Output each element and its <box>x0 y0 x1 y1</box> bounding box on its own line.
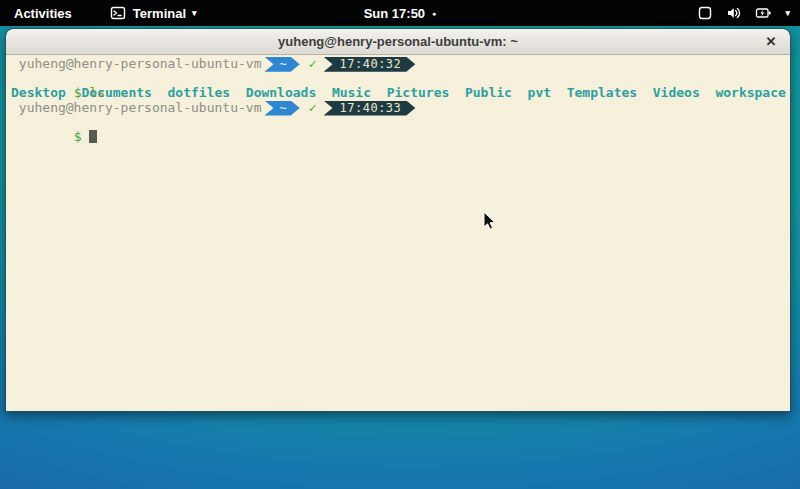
prompt-line-2: yuheng@henry-personal-ubuntu-vm ~ ✓ 17:4… <box>11 101 790 116</box>
ls-output-line: Desktop Documents dotfiles Downloads Mus… <box>11 86 790 101</box>
window-title: yuheng@henry-personal-ubuntu-vm: ~ <box>278 34 518 49</box>
command-line: $ls <box>11 72 790 87</box>
system-tray-button[interactable]: ▾ <box>697 0 800 26</box>
prompt-time-segment: 17:40:32 <box>324 57 416 72</box>
prompt-user-host: yuheng@henry-personal-ubuntu-vm <box>11 101 261 116</box>
terminal-window: yuheng@henry-personal-ubuntu-vm: ~ ✕ yuh… <box>5 28 791 412</box>
display-icon <box>697 5 713 21</box>
prompt-line-1: yuheng@henry-personal-ubuntu-vm ~ ✓ 17:4… <box>11 57 790 72</box>
chevron-down-icon: ▾ <box>785 8 790 18</box>
input-line: $ <box>11 115 790 130</box>
clock-button[interactable]: Sun 17:50 ● <box>364 0 437 26</box>
activities-button[interactable]: Activities <box>0 0 86 26</box>
text-cursor <box>89 130 97 143</box>
top-bar: Activities Terminal ▾ Sun 17:50 ● <box>0 0 800 26</box>
prompt-path-segment: ~ <box>264 101 299 116</box>
mouse-cursor-icon <box>483 211 497 235</box>
close-icon[interactable]: ✕ <box>763 34 779 50</box>
prompt-time-segment: 17:40:33 <box>324 101 416 116</box>
prompt-user-host: yuheng@henry-personal-ubuntu-vm <box>11 57 261 72</box>
chevron-down-icon: ▾ <box>192 8 197 18</box>
prompt-status-check-icon: ✓ <box>309 57 317 72</box>
notification-dot-icon: ● <box>432 10 436 17</box>
clock-label: Sun 17:50 <box>364 6 425 21</box>
prompt-symbol: $ <box>74 129 82 144</box>
terminal-screen[interactable]: yuheng@henry-personal-ubuntu-vm ~ ✓ 17:4… <box>6 55 790 411</box>
prompt-path-segment: ~ <box>264 57 299 72</box>
volume-icon <box>726 5 742 21</box>
prompt-status-check-icon: ✓ <box>309 101 317 116</box>
window-titlebar[interactable]: yuheng@henry-personal-ubuntu-vm: ~ ✕ <box>6 29 790 55</box>
app-menu-button[interactable]: Terminal ▾ <box>110 0 197 26</box>
battery-charging-icon <box>755 5 772 21</box>
app-menu-label: Terminal <box>133 6 186 21</box>
terminal-icon <box>110 5 126 21</box>
